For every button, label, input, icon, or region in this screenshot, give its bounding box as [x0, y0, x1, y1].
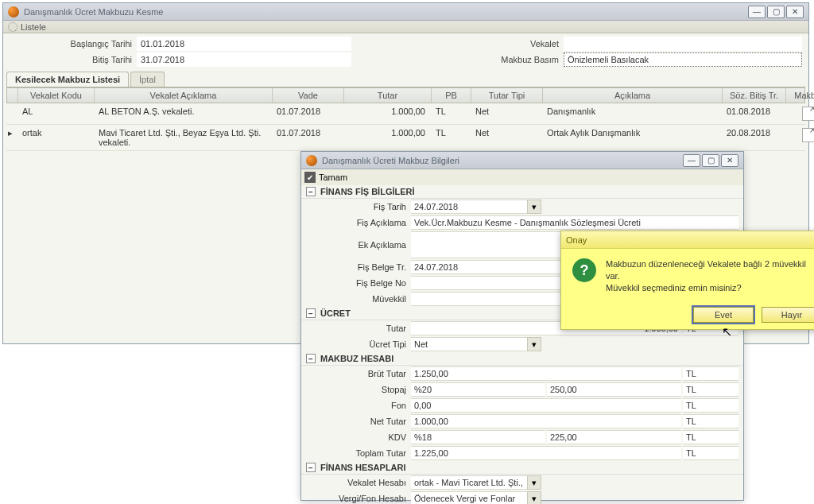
- tamam-button[interactable]: Tamam: [319, 173, 347, 182]
- fis-belgeno-label: Fiş Belge No: [306, 278, 411, 288]
- kdv-pct: %18: [411, 430, 545, 444]
- chevron-down-icon[interactable]: ▾: [527, 475, 541, 490]
- tab-kesilecek[interactable]: Kesilecek Makbuz Listesi: [6, 72, 129, 87]
- col-aciklama[interactable]: Açıklama: [543, 88, 723, 103]
- tab-iptal[interactable]: İptal: [130, 72, 165, 87]
- col-tutar[interactable]: Tutar: [344, 88, 432, 103]
- section-makbuz-hesabi[interactable]: − MAKBUZ HESABI: [301, 352, 743, 366]
- col-vade[interactable]: Vade: [273, 88, 344, 103]
- col-makbuz[interactable]: Makbuz: [786, 88, 814, 103]
- table-row[interactable]: AL AL BETON A.Ş. vekaleti. 01.07.2018 1.…: [6, 103, 805, 125]
- brut-pb: TL: [683, 366, 738, 381]
- collapse-icon[interactable]: −: [306, 463, 316, 472]
- cell-acik: Danışmanlık: [542, 103, 722, 124]
- minimize-button[interactable]: —: [748, 6, 766, 18]
- net-value: 1.000,00: [411, 414, 681, 428]
- vekalet-hesabi-select[interactable]: [411, 475, 527, 490]
- minimize-button[interactable]: —: [683, 154, 700, 167]
- close-button[interactable]: ✕: [721, 154, 738, 167]
- collapse-icon[interactable]: −: [306, 354, 316, 363]
- stopaj-pct: %20: [411, 382, 545, 397]
- cell-vade: 01.07.2018: [272, 125, 343, 150]
- filter-panel: Başlangıç Tarihi Vekalet Bitiş Tarihi Ma…: [3, 33, 808, 70]
- cell-vekacik: AL BETON A.Ş. vekaleti.: [94, 103, 272, 124]
- col-vekalet-kodu[interactable]: Vekalet Kodu: [18, 88, 95, 103]
- muvekkil-label: Müvekkil: [306, 294, 411, 304]
- confirm-msg2: Müvekkil seçmediniz emin misiniz?: [606, 282, 814, 294]
- makbuz-icon[interactable]: [802, 107, 815, 121]
- grid-header: Vekalet Kodu Vekalet Açıklama Vade Tutar…: [6, 87, 805, 103]
- cell-tutar: 1.000,00: [343, 103, 431, 124]
- fon-label: Fon: [306, 401, 411, 410]
- makbuz-basim-label: Makbuz Basım: [468, 55, 564, 64]
- cell-tip: Net: [471, 103, 542, 124]
- toplam-label: Toplam Tutar: [306, 448, 411, 458]
- confirm-title: Onay: [566, 235, 587, 245]
- list-icon: [8, 22, 17, 32]
- start-date-input[interactable]: [137, 37, 351, 51]
- app-icon: [306, 155, 317, 166]
- ek-aciklama-label: Ek Açıklama: [306, 240, 411, 250]
- detail-toolbar: ✔ Tamam: [301, 169, 743, 185]
- cell-vade: 01.07.2018: [272, 103, 343, 124]
- brut-label: Brüt Tutar: [306, 369, 411, 378]
- maximize-button[interactable]: ▢: [767, 6, 785, 18]
- vergi-hesabi-label: Vergi/Fon Hesabı: [306, 494, 411, 503]
- cell-tip: Net: [471, 125, 542, 150]
- collapse-icon[interactable]: −: [306, 187, 316, 196]
- vekalet-input[interactable]: [564, 37, 802, 51]
- check-icon: ✔: [304, 172, 316, 183]
- list-button[interactable]: Listele: [21, 22, 46, 32]
- kdv-pb: TL: [683, 430, 738, 444]
- end-date-input[interactable]: [137, 52, 351, 67]
- toplam-pb: TL: [683, 446, 738, 460]
- chevron-down-icon[interactable]: ▾: [527, 337, 541, 351]
- section-title: MAKBUZ HESABI: [320, 354, 393, 363]
- makbuz-icon[interactable]: [802, 128, 815, 142]
- vekalet-label: Vekalet: [468, 39, 564, 48]
- col-soz-bitis[interactable]: Söz. Bitiş Tr.: [723, 88, 786, 103]
- section-title: FİNANS FİŞ BİLGİLERİ: [320, 187, 415, 196]
- grid-body: AL AL BETON A.Ş. vekaleti. 01.07.2018 1.…: [6, 103, 805, 151]
- kdv-label: KDV: [306, 432, 411, 442]
- col-vekalet-aciklama[interactable]: Vekalet Açıklama: [95, 88, 273, 103]
- section-finans-hesaplari[interactable]: − FİNANS HESAPLARI: [301, 461, 743, 475]
- col-tutar-tipi[interactable]: Tutar Tipi: [471, 88, 543, 103]
- toplam-value: 1.225,00: [411, 446, 681, 460]
- table-row[interactable]: ▸ ortak Mavi Ticaret Ltd. Şti., Beyaz Eş…: [6, 125, 805, 151]
- fon-value: 0,00: [411, 398, 681, 413]
- makbuz-basim-select[interactable]: [564, 52, 802, 67]
- evet-button[interactable]: Evet: [693, 307, 754, 323]
- fis-tarih-input[interactable]: [411, 200, 527, 214]
- row-marker: ▸: [6, 125, 17, 150]
- fis-aciklama-input[interactable]: [411, 215, 738, 230]
- confirm-titlebar: Onay ✕: [561, 231, 814, 249]
- collapse-icon[interactable]: −: [306, 308, 316, 318]
- fis-aciklama-label: Fiş Açıklama: [306, 218, 411, 227]
- cell-pb: TL: [431, 125, 471, 150]
- detail-title: Danışmanlık Ücreti Makbuz Bilgileri: [322, 156, 459, 165]
- app-icon: [8, 6, 19, 17]
- section-title: ÜCRET: [320, 308, 351, 318]
- confirm-dialog: Onay ✕ ? Makbuzun düzenleneceği Vekalete…: [560, 231, 814, 330]
- chevron-down-icon[interactable]: ▾: [527, 200, 541, 214]
- section-finans-fis[interactable]: − FİNANS FİŞ BİLGİLERİ: [301, 185, 743, 199]
- end-date-label: Bitiş Tarihi: [10, 55, 137, 64]
- stopaj-value: 250,00: [547, 382, 681, 397]
- fon-pb: TL: [683, 398, 738, 413]
- main-titlebar: Danışmanlık Ücret Makbuzu Kesme — ▢ ✕: [3, 3, 808, 21]
- close-button[interactable]: ✕: [786, 6, 804, 18]
- ucret-tipi-label: Ücret Tipi: [306, 339, 411, 349]
- ucret-tipi-select[interactable]: [411, 337, 527, 351]
- vekalet-hesabi-label: Vekalet Hesabı: [306, 478, 411, 487]
- net-pb: TL: [683, 414, 738, 428]
- maximize-button[interactable]: ▢: [702, 154, 719, 167]
- chevron-down-icon[interactable]: ▾: [527, 491, 541, 504]
- cell-vekacik: Mavi Ticaret Ltd. Şti., Beyaz Eşya Ltd. …: [94, 125, 272, 150]
- cell-pb: TL: [431, 103, 471, 124]
- hayir-button[interactable]: Hayır: [762, 307, 814, 323]
- col-pb[interactable]: PB: [432, 88, 471, 103]
- vergi-hesabi-select[interactable]: [411, 491, 527, 504]
- cell-soz: 20.08.2018: [722, 125, 785, 150]
- main-title: Danışmanlık Ücret Makbuzu Kesme: [24, 7, 163, 17]
